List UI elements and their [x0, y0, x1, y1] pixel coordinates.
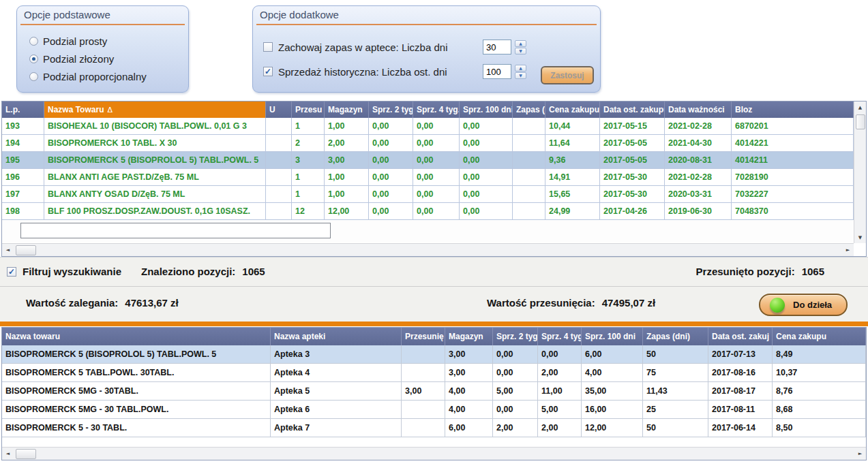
table-cell: Apteka 5 [271, 382, 402, 400]
column-header-data-waznosci[interactable]: Data ważności [665, 101, 732, 118]
column-header-sprz-100dni[interactable]: Sprz. 100 dni [460, 101, 513, 118]
table-search-input[interactable] [20, 223, 331, 238]
table-cell: 0,00 [413, 118, 460, 134]
stepper-down-icon[interactable]: ▼ [515, 72, 526, 79]
column-header-nazwa-towaru[interactable]: Nazwa towaru [2, 328, 271, 345]
table-row[interactable]: 198BLF 100 PROSZ.DOSP.ZAW.DOUST. 0,1G 10… [2, 203, 854, 220]
panel-opcje-dodatkowe: Opcje dodatkowe Zachowaj zapas w aptece:… [252, 5, 601, 93]
column-header-data-ost-zakupu[interactable]: Data ost. zakupu [600, 101, 665, 118]
table-cell: 4014221 [732, 135, 854, 151]
option-label: Zachowaj zapas w aptece: Liczba dni [278, 42, 483, 53]
liczba-dni-input[interactable] [483, 40, 511, 54]
scrollbar-thumb[interactable] [16, 245, 36, 255]
stepper-down-icon[interactable]: ▼ [515, 48, 526, 54]
table-cell: 11,64 [545, 135, 600, 151]
radio-podzial-proporcjonalny[interactable]: Podzial proporcjonalny [29, 69, 147, 84]
table-cell: BISOPROMERCK 5 (BISOPROLOL 5) TABL.POWL.… [44, 152, 266, 168]
stepper-up-icon[interactable]: ▲ [515, 40, 526, 47]
table-cell: 6870201 [732, 118, 854, 134]
table-row[interactable]: 196BLANX ANTI AGE PAST.D/ZęB. 75 ML11,00… [2, 169, 854, 186]
column-header-przesuniecie[interactable]: Przesunię [402, 328, 445, 345]
scroll-down-icon[interactable]: ▼ [854, 232, 866, 243]
table-cell: 2017-08-17 [708, 382, 773, 400]
table-row[interactable]: 194BISOPROMERCK 10 TABL. X 3022,000,000,… [2, 135, 854, 152]
lower-horizontal-scrollbar[interactable]: ◄ ► [2, 447, 866, 460]
scroll-right-icon[interactable]: ► [842, 245, 854, 256]
status-section: Filtruj wyszukiwanie Znaleziono pozycji:… [0, 257, 868, 322]
table-cell: 2,00 [493, 419, 538, 437]
table-cell: BISOPROMERCK 5 TABL.POWL. 30TABL. [2, 364, 271, 381]
table-cell: 196 [2, 169, 44, 185]
stepper-up-icon[interactable]: ▲ [515, 65, 526, 72]
table-cell: 12,00 [325, 203, 369, 219]
column-header-sprz-4tyg[interactable]: Sprz. 4 tyg. [413, 101, 460, 118]
column-header-label: Nazwa Towaru [48, 105, 104, 114]
table-cell: BISOPROMERCK 5MG - 30 TABL.POWL. [2, 401, 271, 418]
table-cell: 9,36 [545, 152, 600, 168]
table-cell: 4014211 [732, 152, 854, 168]
liczba-ost-dni-input[interactable] [483, 64, 511, 79]
column-header-cena-zakupu[interactable]: Cena zakupu [773, 328, 866, 345]
do-dziela-button[interactable]: Do dzieła [759, 294, 848, 316]
table-cell [402, 364, 445, 381]
scrollbar-thumb[interactable] [16, 449, 36, 459]
table-row[interactable]: BISOPROMERCK 5MG - 30 TABL.POWL.Apteka 6… [2, 401, 866, 419]
column-header-zapas-dni[interactable]: Zapas (dni) [643, 328, 708, 345]
table-cell: 2017-05-30 [600, 186, 665, 202]
table-cell: 75 [643, 364, 708, 381]
column-header-magazyn[interactable]: Magazyn [325, 101, 369, 118]
column-header-sprz-100dni[interactable]: Sprz. 100 dni [582, 328, 643, 345]
table-row[interactable]: BISOPROMERCK 5 (BISOPROLOL 5) TABL.POWL.… [2, 345, 866, 364]
upper-horizontal-scrollbar[interactable]: ◄ ► [2, 243, 854, 256]
table-cell: 0,00 [493, 345, 538, 363]
sprzedaz-historyczna-checkbox[interactable] [263, 67, 273, 76]
column-header-przesu[interactable]: Przesu [292, 101, 325, 118]
radio-podzial-prosty[interactable]: Podzial prosty [29, 33, 107, 48]
table-cell: 3,00 [402, 382, 445, 400]
column-header-bloz[interactable]: Bloz [732, 101, 854, 118]
table-cell: 4,00 [445, 382, 493, 400]
column-header-sprz-4tyg[interactable]: Sprz. 4 tyg. [538, 328, 582, 345]
zachowaj-zapas-checkbox[interactable] [263, 42, 273, 52]
table-row[interactable]: BISOPROMERCK 5 - 30 TABL.Apteka 76,002,0… [2, 419, 866, 437]
table-cell: 0,00 [413, 135, 460, 151]
moved-count-label: Przesunięto pozycji: [696, 266, 795, 277]
table-cell: 0,00 [493, 401, 538, 418]
scroll-left-icon[interactable]: ◄ [2, 245, 14, 256]
table-row[interactable]: 193BISOHEXAL 10 (BISOCOR) TABL.POWL. 0,0… [2, 118, 854, 135]
table-cell: 1,00 [325, 169, 369, 185]
table-row[interactable]: BISOPROMERCK 5 TABL.POWL. 30TABL.Apteka … [2, 364, 866, 382]
table-row[interactable]: 195BISOPROMERCK 5 (BISOPROLOL 5) TABL.PO… [2, 152, 854, 169]
radio-podzial-zlozony[interactable]: Podzial złożony [29, 51, 114, 66]
radio-label: Podzial proporcjonalny [43, 71, 147, 82]
scroll-right-icon[interactable]: ► [854, 448, 866, 460]
table-cell: 2,00 [538, 419, 582, 437]
scroll-left-icon[interactable]: ◄ [2, 448, 14, 460]
zastosuj-button[interactable]: Zastosuj [541, 66, 594, 84]
option-label: Sprzedaż historyczna: Liczba ost. dni [278, 66, 483, 78]
scroll-up-icon[interactable]: ▲ [854, 101, 866, 113]
stale-value-label: Wartość zalegania: [26, 297, 118, 309]
column-header-nazwa-towaru[interactable]: Nazwa Towaru Δ [44, 101, 266, 118]
column-header-nazwa-apteki[interactable]: Nazwa apteki [271, 328, 402, 345]
upper-vertical-scrollbar[interactable]: ▲ ▼ [854, 101, 866, 243]
table-cell: 7028190 [732, 169, 854, 185]
filtruj-wyszukiwanie-checkbox[interactable] [7, 267, 16, 277]
table-cell: 2017-07-13 [708, 345, 773, 363]
column-header-sprz-2tyg[interactable]: Sprz. 2 tyg. [493, 328, 538, 345]
column-header-cena-zakupu[interactable]: Cena zakupu [545, 101, 600, 118]
table-cell: 198 [2, 203, 44, 219]
table-row[interactable]: 197BLANX ANTY OSAD D/ZęB. 75 ML11,000,00… [2, 186, 854, 203]
table-cell: 2,00 [325, 135, 369, 151]
column-header-lp[interactable]: L.p. [2, 101, 44, 118]
column-header-data-ost-zakupu[interactable]: Data ost. zakuj [708, 328, 773, 345]
column-header-zapas[interactable]: Zapas ( [513, 101, 545, 118]
table-cell: 2017-05-05 [600, 152, 665, 168]
table-cell: 3,00 [445, 345, 493, 363]
table-cell [402, 419, 445, 437]
column-header-magazyn[interactable]: Magazyn [445, 328, 493, 345]
column-header-sprz-2tyg[interactable]: Sprz. 2 tyg [369, 101, 413, 118]
table-row[interactable]: BISOPROMERCK 5MG - 30TABL.Apteka 53,004,… [2, 382, 866, 401]
scrollbar-thumb[interactable] [856, 114, 865, 129]
column-header-u[interactable]: U [266, 101, 292, 118]
